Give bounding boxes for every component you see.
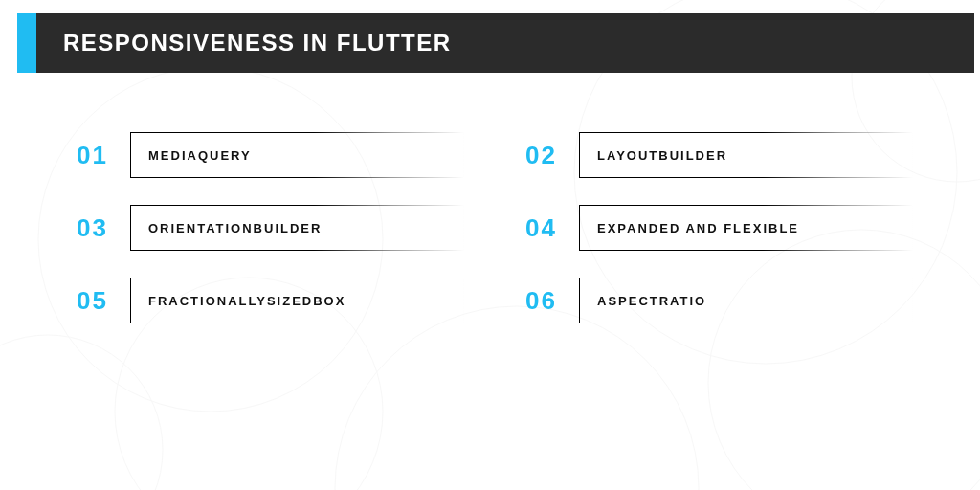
list-item: 02 LAYOUTBUILDER bbox=[525, 132, 913, 178]
item-number: 05 bbox=[77, 286, 113, 316]
item-number: 03 bbox=[77, 213, 113, 243]
item-box: LAYOUTBUILDER bbox=[579, 132, 913, 178]
header-dark-bar: RESPONSIVENESS IN FLUTTER bbox=[36, 13, 974, 73]
list-item: 01 MEDIAQUERY bbox=[77, 132, 464, 178]
item-box: FRACTIONALLYSIZEDBOX bbox=[130, 278, 464, 323]
item-box: MEDIAQUERY bbox=[130, 132, 464, 178]
list-item: 06 ASPECTRATIO bbox=[525, 278, 913, 323]
item-number: 06 bbox=[525, 286, 562, 316]
list-item: 05 FRACTIONALLYSIZEDBOX bbox=[77, 278, 464, 323]
header-accent-strip bbox=[17, 13, 36, 73]
item-label: FRACTIONALLYSIZEDBOX bbox=[148, 294, 345, 308]
svg-point-4 bbox=[335, 306, 699, 490]
item-box: EXPANDED AND FLEXIBLE bbox=[579, 205, 913, 251]
list-item: 03 ORIENTATIONBUILDER bbox=[77, 205, 464, 251]
item-box: ORIENTATIONBUILDER bbox=[130, 205, 464, 251]
item-label: ORIENTATIONBUILDER bbox=[148, 221, 322, 235]
item-number: 02 bbox=[525, 141, 562, 170]
item-label: EXPANDED AND FLEXIBLE bbox=[597, 221, 799, 235]
svg-point-6 bbox=[0, 335, 163, 490]
item-box: ASPECTRATIO bbox=[579, 278, 913, 323]
item-label: ASPECTRATIO bbox=[597, 294, 706, 308]
item-number: 01 bbox=[77, 141, 113, 170]
item-label: LAYOUTBUILDER bbox=[597, 148, 727, 163]
items-grid: 01 MEDIAQUERY 02 LAYOUTBUILDER 03 ORIENT… bbox=[77, 132, 913, 323]
header-bar: RESPONSIVENESS IN FLUTTER bbox=[0, 13, 980, 73]
item-number: 04 bbox=[525, 213, 562, 243]
list-item: 04 EXPANDED AND FLEXIBLE bbox=[525, 205, 913, 251]
item-label: MEDIAQUERY bbox=[148, 148, 252, 163]
page-title: RESPONSIVENESS IN FLUTTER bbox=[63, 30, 452, 56]
